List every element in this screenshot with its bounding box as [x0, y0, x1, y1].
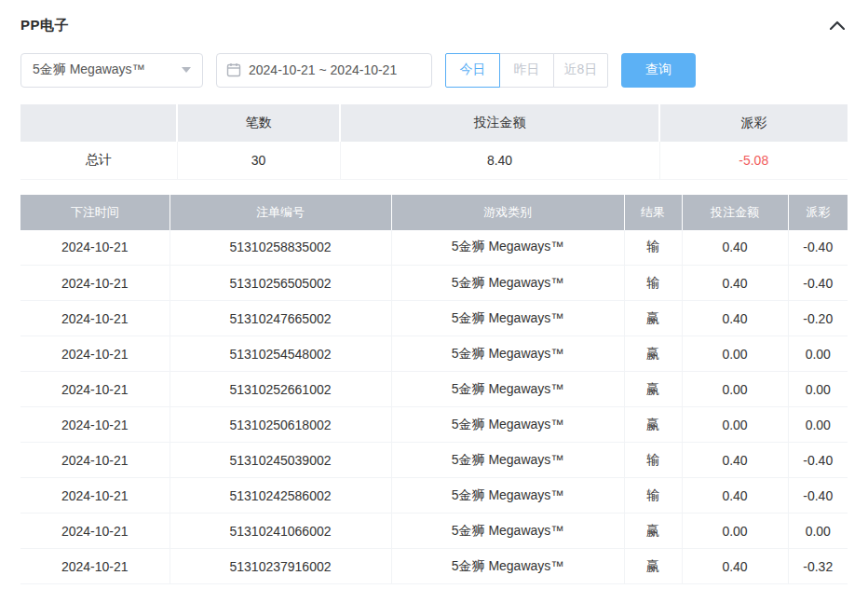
pp-electronic-panel: PP电子 5金狮 Megaways™ 2024-10-21 ~ 2024-10-…	[0, 0, 868, 589]
cell-order-id: 51310250618002	[170, 407, 391, 443]
filter-bar: 5金狮 Megaways™ 2024-10-21 ~ 2024-10-21 今日…	[20, 52, 848, 88]
cell-bet-time: 2024-10-21	[20, 549, 170, 584]
cell-bet-time: 2024-10-21	[20, 336, 170, 372]
cell-order-id: 51310245039002	[170, 443, 391, 478]
table-row: 2024-10-21513102476650025金狮 Megaways™赢0.…	[20, 301, 848, 336]
cell-order-id: 51310241066002	[170, 514, 391, 549]
chevron-down-icon	[182, 67, 191, 73]
cell-bet-time: 2024-10-21	[20, 266, 170, 301]
cell-payout: 0.00	[788, 372, 848, 407]
date-range-picker[interactable]: 2024-10-21 ~ 2024-10-21	[216, 53, 432, 88]
cell-payout: -0.40	[788, 230, 848, 266]
range-button-last8days[interactable]: 近8日	[553, 53, 608, 88]
table-row: 2024-10-21513102506180025金狮 Megaways™赢0.…	[20, 407, 848, 443]
header-bet-amount: 投注金额	[682, 195, 788, 230]
collapse-panel-button[interactable]	[827, 15, 848, 35]
cell-bet-time: 2024-10-21	[20, 514, 170, 549]
cell-bet-amount: 0.00	[682, 514, 788, 549]
range-button-today[interactable]: 今日	[445, 53, 500, 88]
cell-game-type: 5金狮 Megaways™	[391, 478, 624, 514]
cell-game-type: 5金狮 Megaways™	[391, 549, 624, 584]
summary-total-payout: -5.08	[659, 142, 848, 179]
cell-bet-amount: 0.00	[682, 372, 788, 407]
summary-table: 笔数 投注金额 派彩 总计 30 8.40 -5.08	[20, 104, 848, 180]
cell-bet-amount: 0.40	[682, 443, 788, 478]
cell-payout: -0.40	[788, 443, 848, 478]
header-game-type: 游戏类别	[391, 195, 624, 230]
cell-game-type: 5金狮 Megaways™	[391, 266, 624, 301]
calendar-icon	[226, 62, 241, 77]
cell-result: 输	[624, 478, 682, 514]
cell-order-id: 51310258835002	[170, 230, 391, 266]
cell-order-id: 51310252661002	[170, 372, 391, 407]
cell-result: 赢	[624, 514, 682, 549]
chevron-up-icon	[830, 21, 845, 30]
cell-bet-amount: 0.00	[682, 407, 788, 443]
cell-order-id: 51310254548002	[170, 336, 391, 372]
cell-bet-time: 2024-10-21	[20, 478, 170, 514]
bet-table-header-row: 下注时间 注单编号 游戏类别 结果 投注金额 派彩	[20, 195, 848, 230]
cell-order-id: 51310237916002	[170, 549, 391, 584]
panel-header: PP电子	[20, 13, 848, 37]
cell-bet-time: 2024-10-21	[20, 407, 170, 443]
cell-payout: -0.20	[788, 301, 848, 336]
cell-game-type: 5金狮 Megaways™	[391, 443, 624, 478]
cell-bet-amount: 0.00	[682, 336, 788, 372]
summary-total-count: 30	[177, 142, 340, 179]
table-row: 2024-10-21513102425860025金狮 Megaways™输0.…	[20, 478, 848, 514]
header-result: 结果	[624, 195, 682, 230]
table-row: 2024-10-21513102450390025金狮 Megaways™输0.…	[20, 443, 848, 478]
cell-result: 赢	[624, 549, 682, 584]
header-bet-time: 下注时间	[20, 195, 170, 230]
cell-bet-amount: 0.40	[682, 478, 788, 514]
cell-game-type: 5金狮 Megaways™	[391, 301, 624, 336]
cell-result: 输	[624, 443, 682, 478]
table-row: 2024-10-21513102545480025金狮 Megaways™赢0.…	[20, 336, 848, 372]
bet-table-body: 2024-10-21513102588350025金狮 Megaways™输0.…	[20, 230, 848, 584]
cell-bet-amount: 0.40	[682, 266, 788, 301]
cell-payout: 0.00	[788, 336, 848, 372]
cell-result: 输	[624, 266, 682, 301]
cell-bet-time: 2024-10-21	[20, 372, 170, 407]
game-select-value: 5金狮 Megaways™	[33, 62, 145, 78]
game-select[interactable]: 5金狮 Megaways™	[20, 53, 203, 88]
cell-result: 赢	[624, 372, 682, 407]
page-title: PP电子	[20, 17, 69, 34]
cell-order-id: 51310242586002	[170, 478, 391, 514]
quick-range-button-group: 今日 昨日 近8日	[445, 53, 608, 88]
cell-order-id: 51310247665002	[170, 301, 391, 336]
cell-game-type: 5金狮 Megaways™	[391, 230, 624, 266]
query-button[interactable]: 查询	[621, 53, 696, 88]
cell-bet-time: 2024-10-21	[20, 230, 170, 266]
summary-total-label: 总计	[20, 142, 177, 179]
cell-bet-amount: 0.40	[682, 301, 788, 336]
cell-payout: -0.40	[788, 266, 848, 301]
summary-header-blank	[20, 104, 177, 142]
summary-header-row: 笔数 投注金额 派彩	[20, 104, 848, 142]
cell-game-type: 5金狮 Megaways™	[391, 336, 624, 372]
table-row: 2024-10-21513102588350025金狮 Megaways™输0.…	[20, 230, 848, 266]
cell-result: 赢	[624, 407, 682, 443]
cell-bet-time: 2024-10-21	[20, 443, 170, 478]
range-button-yesterday[interactable]: 昨日	[499, 53, 554, 88]
cell-game-type: 5金狮 Megaways™	[391, 514, 624, 549]
table-row: 2024-10-21513102410660025金狮 Megaways™赢0.…	[20, 514, 848, 549]
table-row: 2024-10-21513102526610025金狮 Megaways™赢0.…	[20, 372, 848, 407]
bet-records-table: 下注时间 注单编号 游戏类别 结果 投注金额 派彩 2024-10-215131…	[20, 195, 848, 585]
cell-result: 输	[624, 230, 682, 266]
cell-payout: 0.00	[788, 407, 848, 443]
cell-result: 赢	[624, 336, 682, 372]
summary-header-payout: 派彩	[659, 104, 848, 142]
summary-total-row: 总计 30 8.40 -5.08	[20, 142, 848, 179]
table-row: 2024-10-21513102379160025金狮 Megaways™赢0.…	[20, 549, 848, 584]
header-order-id: 注单编号	[170, 195, 391, 230]
cell-order-id: 51310256505002	[170, 266, 391, 301]
summary-header-bet-amount: 投注金额	[340, 104, 659, 142]
cell-payout: -0.32	[788, 549, 848, 584]
cell-game-type: 5金狮 Megaways™	[391, 372, 624, 407]
cell-game-type: 5金狮 Megaways™	[391, 407, 624, 443]
cell-payout: 0.00	[788, 514, 848, 549]
summary-header-count: 笔数	[177, 104, 340, 142]
cell-bet-amount: 0.40	[682, 549, 788, 584]
table-row: 2024-10-21513102565050025金狮 Megaways™输0.…	[20, 266, 848, 301]
